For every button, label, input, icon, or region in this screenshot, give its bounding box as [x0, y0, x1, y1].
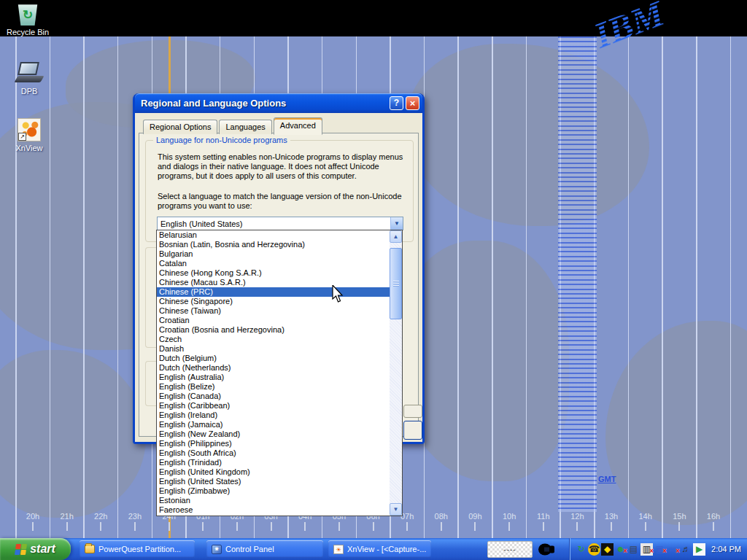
timezone-tick [202, 522, 204, 531]
language-option[interactable]: English (Trinidad) [157, 458, 390, 467]
mouse-cursor [332, 285, 347, 304]
language-combobox[interactable]: English (United States) ▼ [157, 217, 403, 230]
language-option[interactable]: Czech [157, 335, 390, 344]
timezone-label: 09h [458, 512, 492, 521]
combobox-value: English (United States) [158, 219, 390, 228]
taskbar-button-label: XnView - [<Capture-... [347, 545, 426, 553]
desktop-icon-xnview[interactable]: ↗ XnView [7, 118, 51, 152]
timezone-label: 22h [84, 512, 117, 521]
taskbar-window-button[interactable]: ✷ Control Panel [206, 540, 323, 558]
timezone-tick [611, 522, 612, 531]
timezone-tick [169, 522, 170, 531]
language-option[interactable]: English (Belize) [157, 382, 390, 392]
timezone-cell: 13h [595, 512, 628, 531]
tab-languages[interactable]: Languages [219, 120, 271, 134]
language-option[interactable]: Chinese (PRC) [157, 287, 390, 297]
language-option[interactable]: Chinese (Hong Kong S.A.R.) [157, 268, 390, 278]
language-option[interactable]: Bulgarian [157, 249, 390, 259]
timezone-tick [271, 522, 272, 531]
language-option[interactable]: Estonian [157, 496, 390, 505]
language-option[interactable]: English (Zimbabwe) [157, 486, 390, 496]
help-button[interactable]: ? [390, 96, 403, 110]
language-option[interactable]: English (Caribbean) [157, 401, 390, 411]
language-option[interactable]: English (Ireland) [157, 411, 390, 420]
gmt-hatched-zone [558, 36, 597, 512]
timezone-label: 12h [560, 512, 594, 521]
timezone-label: 13h [595, 512, 628, 521]
language-option[interactable]: Croatian (Bosnia and Herzegovina) [157, 325, 390, 335]
dropdown-scrollbar[interactable]: ▲ ▼ [390, 230, 402, 516]
tab-regional-options[interactable]: Regional Options [143, 120, 217, 134]
language-option[interactable]: Danish [157, 344, 390, 354]
timezone-label: 23h [118, 512, 152, 521]
groupbox-title: Language for non-Unicode programs [153, 136, 290, 144]
timezone-label: 21h [50, 512, 84, 521]
start-button[interactable]: start [0, 538, 71, 560]
timezone-tick [508, 522, 510, 531]
language-option[interactable]: Belarusian [157, 230, 390, 240]
close-button[interactable]: × [406, 96, 419, 110]
computer-error-icon[interactable]: ▣× [654, 543, 666, 556]
language-option[interactable]: English (Philippines) [157, 439, 390, 448]
language-option[interactable]: English (Canada) [157, 392, 390, 401]
timezone-cell: 12h [560, 512, 594, 531]
language-option[interactable]: English (United Kingdom) [157, 467, 390, 477]
hidden-groupbox-fragment [145, 361, 157, 406]
desktop-screen: GMT 20h 21h 22h 23h [0, 0, 747, 560]
dialog-title: Regional and Language Options [141, 98, 387, 109]
taskbar-window-button[interactable]: ☀ XnView - [<Capture-... [328, 540, 431, 558]
scrollbar-up-arrow[interactable]: ▲ [390, 230, 402, 243]
language-option[interactable]: Chinese (Macau S.A.R.) [157, 278, 390, 287]
language-option[interactable]: English (Australia) [157, 373, 390, 382]
band-label: ---- [503, 545, 516, 553]
language-option[interactable]: Chinese (Taiwan) [157, 306, 390, 316]
phone-agent-icon[interactable]: ☎ [588, 543, 600, 556]
timezone-tick [543, 522, 544, 531]
timezone-tick [678, 522, 680, 531]
taskbar-clock[interactable]: 2:04 PM [711, 545, 741, 553]
timezone-cell: 08h [425, 512, 458, 531]
desktop-icon-recycle-bin[interactable]: ↻ Recycle Bin [6, 4, 50, 36]
language-option[interactable]: English (New Zealand) [157, 429, 390, 439]
timezone-label: 11h [527, 512, 560, 521]
taskbar-button-label: Control Panel [225, 545, 274, 553]
timezone-tick [304, 522, 306, 531]
language-option[interactable]: Bosnian (Latin, Bosnia and Herzegovina) [157, 240, 390, 249]
language-option[interactable]: Faeroese [157, 505, 390, 515]
taskbar-window-button[interactable]: PowerQuest Partition... [80, 540, 195, 558]
language-option[interactable]: Dutch (Belgium) [157, 354, 390, 363]
tab-advanced[interactable]: Advanced [274, 117, 322, 135]
language-dropdown-list: Belarusian Bosnian (Latin, Bosnia and He… [156, 230, 403, 516]
scheduler-disabled-icon[interactable]: ▥× [640, 543, 653, 556]
desktop-icon-dpb[interactable]: DPB [7, 61, 51, 96]
scrollbar-down-arrow[interactable]: ▼ [390, 503, 402, 516]
recycle-arrows-glyph: ↻ [17, 4, 39, 26]
groupbox-description: This system setting enables non-Unicode … [158, 152, 413, 181]
shortcut-arrow-icon: ↗ [18, 133, 26, 141]
diskeeper-icon[interactable]: ◆ [601, 543, 614, 556]
scrollbar-thumb[interactable] [390, 248, 402, 319]
volume-icon[interactable]: ♬ [680, 543, 692, 556]
messenger-offline-icon[interactable]: ☻× [614, 543, 627, 556]
combobox-dropdown-button[interactable]: ▼ [390, 217, 403, 230]
gmt-label: GMT [598, 475, 616, 483]
language-option[interactable]: Croatian [157, 316, 390, 325]
tab-strip: Regional Options Languages Advanced [143, 117, 324, 134]
timezone-label: 14h [629, 512, 662, 521]
language-option[interactable]: English (South Africa) [157, 448, 390, 458]
network-print-icon[interactable]: ▤ [627, 543, 640, 556]
timezone-cell: 21h [50, 512, 84, 531]
system-tray: ↻☎◆☻×▤▥×▣×▭×♬▶ 2:04 PM [569, 538, 747, 560]
language-option[interactable]: Catalan [157, 259, 390, 268]
language-option[interactable]: English (Jamaica) [157, 420, 390, 429]
hidden-button-fragment [403, 421, 422, 440]
dialog-titlebar[interactable]: Regional and Language Options ? × [135, 93, 422, 113]
desktop-band-toolbar[interactable]: ---- [487, 541, 533, 558]
language-option[interactable]: Dutch (Netherlands) [157, 363, 390, 373]
language-option[interactable]: Chinese (Singapore) [157, 297, 390, 306]
updates-icon[interactable]: ↻ [575, 543, 587, 556]
icon-label: DPB [7, 87, 51, 96]
network-unplugged-icon[interactable]: ▭× [667, 543, 679, 556]
language-band-icon[interactable]: ▶ [693, 543, 705, 556]
language-option[interactable]: English (United States) [157, 477, 390, 486]
